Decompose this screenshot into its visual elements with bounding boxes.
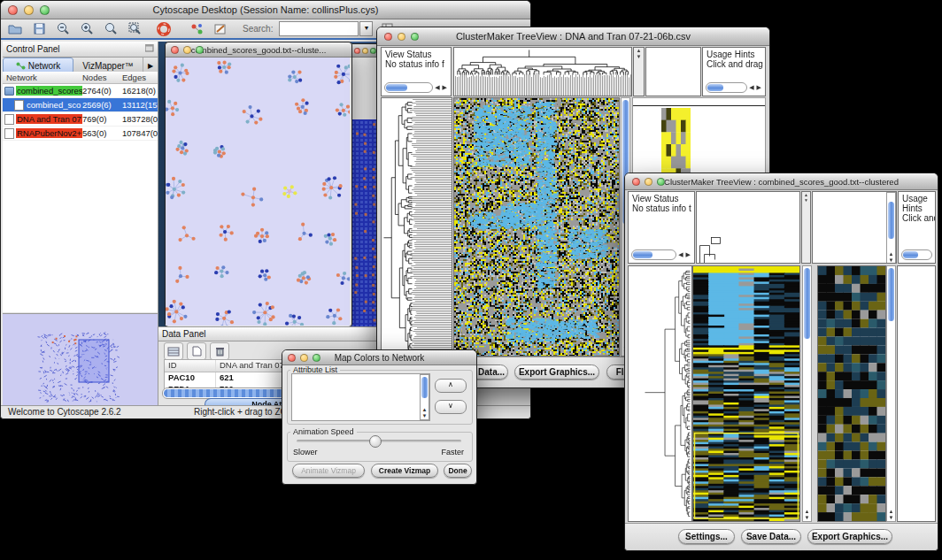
network-nodes-count: 769(0) — [82, 114, 122, 124]
network-canvas[interactable] — [166, 58, 350, 326]
network-table-row[interactable]: combined_sco 2569(6) 13112(15) — [3, 98, 158, 112]
scroll-left-icon[interactable]: ◀ — [678, 251, 683, 258]
tv2-row-dendrogram[interactable] — [628, 265, 692, 522]
tv2-splitter[interactable]: ▲▼ — [801, 191, 811, 264]
tv2-column-dendrogram[interactable] — [696, 191, 800, 264]
animate-vizmap-button[interactable]: Animate Vizmap — [292, 464, 365, 478]
scroll-right-icon[interactable]: ▶ — [686, 251, 691, 258]
column-label[interactable] — [814, 192, 823, 263]
close-button[interactable] — [354, 48, 360, 54]
tv2-labels-vscrollbar[interactable]: ▲▼ — [886, 192, 896, 264]
attribute-list-vscrollbar[interactable]: ▲▼ — [420, 374, 429, 420]
zoom-button[interactable] — [370, 48, 376, 54]
usage-hints-hscrollbar[interactable] — [901, 249, 932, 260]
save-data-button[interactable]: Save Data... — [741, 529, 801, 544]
column-label[interactable] — [869, 192, 879, 263]
speed-slider-thumb[interactable] — [369, 435, 382, 448]
export-graphics-button[interactable]: Export Graphics... — [807, 529, 892, 544]
zoom-button[interactable] — [313, 354, 320, 362]
network-table-row[interactable]: RNAPuberNov2+ 563(0) 107847(0) — [3, 127, 158, 141]
dialog-titlebar[interactable]: Map Colors to Network — [282, 350, 476, 365]
minimize-button[interactable] — [645, 178, 652, 186]
status-welcome: Welcome to Cytoscape 2.6.2 — [8, 407, 121, 417]
column-label[interactable] — [832, 192, 842, 263]
treeview2-title: ClusterMaker TreeView : combined_scores_… — [625, 177, 938, 187]
tv1-splitter[interactable]: ▲▼ — [633, 47, 645, 96]
annotation-icon[interactable] — [212, 21, 229, 37]
close-button[interactable] — [632, 178, 640, 186]
settings-button[interactable]: Settings... — [678, 529, 735, 544]
tv2-zoom-heatmap[interactable] — [817, 265, 886, 522]
new-attribute-icon[interactable] — [187, 342, 206, 360]
done-button[interactable]: Done — [444, 464, 472, 478]
move-down-button[interactable]: ∨ — [435, 400, 467, 414]
minimize-button[interactable] — [24, 5, 34, 15]
view-status-hscrollbar[interactable] — [384, 82, 433, 93]
select-attributes-icon[interactable] — [164, 342, 183, 360]
zoom-selected-icon[interactable] — [102, 21, 120, 37]
zoom-button[interactable] — [40, 5, 50, 15]
column-label[interactable] — [683, 48, 691, 96]
save-icon[interactable] — [30, 21, 48, 37]
minimize-button[interactable] — [398, 33, 405, 41]
export-graphics-button[interactable]: Export Graphics... — [514, 364, 599, 380]
usage-hints-text: Click and drag to — [899, 213, 935, 223]
tv1-zoom-heatmap[interactable] — [661, 108, 691, 180]
column-label[interactable] — [842, 192, 852, 263]
float-panel-icon[interactable] — [145, 44, 154, 54]
minimize-button[interactable] — [300, 354, 308, 362]
treeview2-titlebar[interactable]: ClusterMaker TreeView : combined_scores_… — [625, 173, 938, 190]
treeview1-titlebar[interactable]: ClusterMaker TreeView : DNA and Tran 07-… — [377, 27, 769, 46]
column-label[interactable] — [666, 48, 675, 96]
tv1-row-dendrogram[interactable] — [381, 97, 452, 357]
birdseye-view[interactable] — [3, 313, 158, 406]
close-button[interactable] — [8, 5, 18, 15]
move-up-button[interactable]: ∧ — [435, 379, 467, 393]
close-button[interactable] — [171, 46, 179, 54]
tv1-heatmap[interactable] — [453, 97, 620, 357]
close-button[interactable] — [384, 33, 392, 41]
column-label[interactable] — [691, 48, 700, 96]
usage-hints-hscrollbar[interactable] — [706, 82, 747, 93]
scroll-right-icon[interactable]: ▶ — [757, 84, 762, 91]
scroll-left-icon[interactable]: ◀ — [749, 84, 754, 91]
close-button[interactable] — [288, 354, 296, 362]
minimize-button[interactable] — [183, 46, 191, 54]
tv2-heatmap-vscrollbar[interactable]: ▲▼ — [802, 265, 812, 522]
search-dropdown-button[interactable]: ▼ — [359, 21, 373, 36]
data-panel-title: Data Panel — [162, 329, 205, 339]
tv2-heatmap[interactable] — [692, 265, 800, 522]
network-table-header[interactable]: Network Nodes Edges — [3, 72, 158, 84]
tv1-column-dendrogram[interactable] — [453, 47, 632, 96]
network-table-row[interactable]: combined_scores 2764(0) 16218(0) — [3, 84, 158, 98]
main-titlebar[interactable]: Cytoscape Desktop (Session Name: collins… — [1, 1, 530, 19]
column-label[interactable] — [657, 48, 666, 96]
open-file-icon[interactable] — [6, 21, 24, 37]
column-label[interactable] — [674, 48, 683, 96]
column-label[interactable] — [851, 192, 861, 263]
vizmapper-icon[interactable] — [188, 21, 205, 37]
zoom-out-icon[interactable] — [54, 21, 72, 37]
view-status-hscrollbar[interactable] — [631, 249, 676, 260]
minimize-button[interactable] — [362, 48, 368, 54]
zoom-in-icon[interactable] — [78, 21, 96, 37]
create-vizmap-button[interactable]: Create Vizmap — [371, 464, 438, 478]
column-label[interactable] — [823, 192, 833, 263]
tab-vizmapper-label: VizMapper™ — [82, 61, 134, 71]
network-name: combined_sco — [26, 100, 81, 110]
column-label[interactable] — [648, 48, 657, 96]
column-label[interactable] — [861, 192, 870, 263]
delete-attribute-icon[interactable] — [210, 342, 229, 360]
zoom-button[interactable] — [411, 33, 419, 41]
zoom-fit-icon[interactable] — [126, 21, 143, 37]
zoom-button[interactable] — [196, 46, 204, 54]
search-input[interactable] — [279, 21, 359, 36]
animation-speed-label: Animation Speed — [290, 427, 357, 436]
scroll-left-icon[interactable]: ◀ — [435, 84, 440, 91]
treeview2-window: ClusterMaker TreeView : combined_scores_… — [624, 173, 938, 551]
tv2-zoom-vscrollbar[interactable]: ▲▼ — [886, 265, 896, 522]
zoom-button[interactable] — [657, 178, 665, 186]
scroll-right-icon[interactable]: ▶ — [443, 84, 448, 91]
network-table-row[interactable]: DNA and Tran 07 769(0) 183728(0) — [3, 112, 158, 127]
help-lifesaver-icon[interactable] — [155, 21, 173, 37]
